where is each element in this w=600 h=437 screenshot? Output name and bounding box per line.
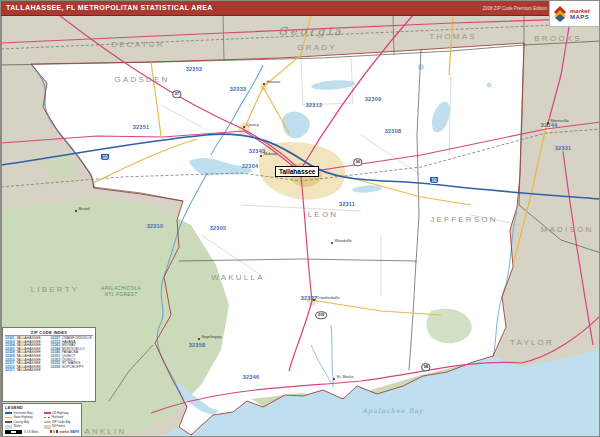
map-title: TALLAHASSEE, FL METROPOLITAN STATISTICAL… <box>6 4 213 11</box>
title-bar: TALLAHASSEE, FL METROPOLITAN STATISTICAL… <box>1 1 600 16</box>
legend-title: LEGEND <box>5 406 79 410</box>
publisher-logo-icon <box>553 5 568 23</box>
legend-entries: Interstate HwyUS HighwayState HighwayRai… <box>5 411 79 429</box>
map-document: TALLAHASSEE, FL METROPOLITAN STATISTICAL… <box>0 0 600 437</box>
publisher-mini-logo: market MAPS <box>50 430 79 434</box>
logo-chip-red <box>50 430 52 433</box>
city-label-tallahassee: Tallahassee <box>275 166 319 177</box>
logo-chip-yellow <box>53 430 55 433</box>
map-canvas: DECATURGRADYTHOMASBROOKSGADSDENLEONJEFFE… <box>1 15 600 437</box>
edition-label: 2008 ZIP Code Premium Edition <box>483 6 547 11</box>
zip-index-rows: 32301TALLAHASSEE32303TALLAHASSEE32304TAL… <box>5 337 93 373</box>
publisher-logo-text: market MAPS <box>570 8 590 20</box>
scale-label: 0 3 6 Miles <box>24 430 39 434</box>
mini-logo-word-1: market <box>59 430 69 434</box>
legend-entry: Water <box>5 424 41 429</box>
logo-word-2: MAPS <box>570 14 590 20</box>
logo-chip-blue <box>56 430 58 433</box>
bay-label: Apalachee Bay <box>362 407 424 415</box>
scale-bar-row: 0 3 6 Miles market MAPS <box>5 430 79 434</box>
zip-index-row: 32317TALLAHASSEE <box>5 369 48 373</box>
legend-entry: Ntl Forest <box>44 424 80 429</box>
zip-index-panel: ZIP CODE INDEX 32301TALLAHASSEE32303TALL… <box>2 327 96 402</box>
map-legend-panel: LEGEND Interstate HwyUS HighwayState Hig… <box>2 403 82 437</box>
mini-logo-word-2: MAPS <box>70 430 79 434</box>
scale-bar <box>5 430 22 434</box>
zip-index-row: 32358SOPCHOPPY <box>51 366 94 370</box>
forest-label-line2: NTL FOREST <box>101 291 141 297</box>
forest-label: APALACHICOLA NTL FOREST <box>101 286 141 297</box>
state-label-georgia: Georgia <box>278 25 343 38</box>
forest-label-line1: APALACHICOLA <box>101 286 141 292</box>
publisher-logo: market MAPS <box>549 1 599 27</box>
